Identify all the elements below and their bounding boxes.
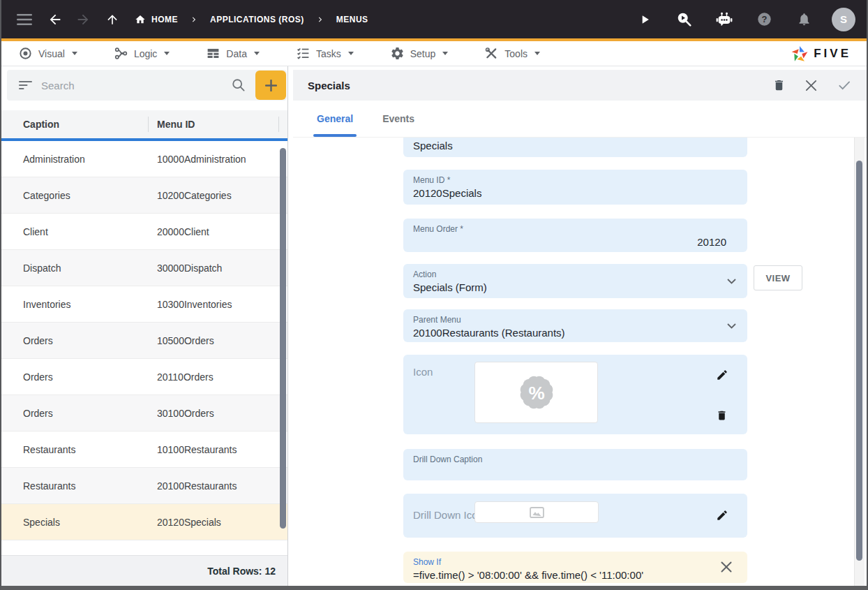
logic-flow-icon: [114, 46, 128, 61]
row-caption: Specials: [1, 517, 149, 528]
table-row[interactable]: Inventories 10300Inventories: [1, 286, 287, 323]
image-placeholder-icon: [530, 507, 544, 518]
pencil-icon: [716, 509, 728, 522]
edit-icon-button[interactable]: [716, 369, 728, 381]
column-header-caption[interactable]: Caption: [1, 117, 149, 132]
chatbot-icon[interactable]: [712, 8, 736, 31]
menu-data[interactable]: Data: [206, 46, 260, 61]
table-row[interactable]: Orders 30100Orders: [1, 395, 287, 432]
row-menu-id: 10300Inventories: [149, 299, 287, 310]
grid-header: Caption Menu ID: [1, 110, 287, 141]
parent-menu-select[interactable]: Parent Menu 20100Restaurants (Restaurant…: [403, 309, 747, 342]
menu-setup[interactable]: Setup: [390, 46, 449, 61]
table-row[interactable]: Orders 10500Orders: [1, 323, 287, 359]
row-menu-id: 20120Specials: [149, 517, 287, 528]
records-list-panel: Caption Menu ID Administration 10000Admi…: [1, 66, 288, 586]
table-row[interactable]: Client 20000Client: [1, 214, 287, 250]
five-logo: FIVE: [791, 45, 851, 63]
menu-tasks[interactable]: Tasks: [296, 46, 354, 61]
clear-show-if-button[interactable]: [719, 560, 733, 574]
row-caption: Orders: [1, 371, 149, 383]
cancel-button[interactable]: [805, 79, 818, 92]
breadcrumb: HOME APPLICATIONS (ROS) MENUS: [134, 14, 368, 25]
icon-label: Icon: [413, 366, 433, 378]
svg-text:%: %: [528, 383, 544, 404]
pencil-icon: [716, 369, 728, 381]
record-detail-panel: Specials General Events: [288, 66, 867, 586]
main-content: Caption Menu ID Administration 10000Admi…: [1, 66, 867, 586]
breadcrumb-applications[interactable]: APPLICATIONS (ROS): [210, 15, 304, 24]
edit-drill-down-icon-button[interactable]: [716, 509, 728, 522]
back-icon[interactable]: [43, 8, 67, 31]
row-caption: Restaurants: [1, 444, 149, 455]
menu-order-value: 20120: [413, 236, 726, 248]
forward-icon[interactable]: [71, 8, 95, 31]
table-row[interactable]: Restaurants 10100Restaurants: [1, 432, 287, 468]
caret-down-icon: [164, 52, 170, 55]
delete-record-button[interactable]: [772, 78, 786, 92]
parent-menu-label: Parent Menu: [413, 315, 738, 325]
chevron-down-icon: [727, 323, 736, 329]
menu-order-label: Menu Order *: [413, 224, 738, 234]
table-row[interactable]: Dispatch 30000Dispatch: [1, 250, 287, 286]
menu-logic[interactable]: Logic: [114, 46, 170, 61]
menu-order-field[interactable]: Menu Order * 20120: [403, 219, 747, 252]
search-icon[interactable]: [231, 78, 246, 96]
action-select[interactable]: Action Specials (Form): [403, 264, 747, 298]
tools-icon: [484, 46, 499, 61]
notifications-icon[interactable]: [792, 8, 816, 31]
row-menu-id: 30000Dispatch: [149, 263, 287, 274]
detail-header: Specials: [293, 70, 867, 101]
table-row[interactable]: Administration 10000Administration: [1, 141, 287, 177]
check-icon: [837, 78, 852, 92]
tab-general[interactable]: General: [315, 101, 355, 137]
icon-preview: %: [474, 362, 598, 423]
hamburger-menu-icon[interactable]: [13, 8, 36, 31]
run-icon[interactable]: [633, 8, 657, 31]
five-pinwheel-icon: [791, 45, 809, 63]
up-icon[interactable]: [100, 8, 124, 31]
trash-icon: [716, 409, 728, 422]
search-records-icon[interactable]: [673, 8, 696, 31]
add-record-button[interactable]: [255, 71, 286, 100]
show-if-field[interactable]: Show If =five.time() > '08:00:00' && fiv…: [403, 552, 747, 583]
detail-header-actions: [772, 78, 852, 92]
list-scrollbar[interactable]: [280, 148, 286, 529]
breadcrumb-menus[interactable]: MENUS: [336, 15, 368, 24]
total-rows-label: Total Rows: 12: [207, 566, 276, 577]
menu-id-field[interactable]: Menu ID * 20120Specials: [403, 170, 747, 205]
icon-field: Icon %: [403, 355, 747, 434]
caret-down-icon: [72, 52, 77, 55]
table-row[interactable]: Specials 20120Specials: [1, 504, 287, 540]
breadcrumb-home[interactable]: HOME: [134, 14, 178, 25]
drill-down-caption-field[interactable]: Drill Down Caption: [403, 449, 747, 480]
view-action-button[interactable]: VIEW: [754, 265, 802, 290]
plus-icon: [265, 80, 277, 91]
caret-down-icon: [254, 52, 260, 55]
trash-icon: [772, 78, 786, 92]
caret-down-icon: [348, 52, 354, 55]
avatar[interactable]: S: [832, 8, 855, 31]
caption-field[interactable]: Specials: [403, 138, 747, 157]
tab-events[interactable]: Events: [380, 101, 417, 137]
menu-tools[interactable]: Tools: [484, 46, 540, 61]
drill-down-icon-preview: [474, 501, 599, 523]
row-menu-id: 20100Restaurants: [149, 480, 287, 492]
drill-down-icon-field: Drill Down Icon: [403, 494, 747, 538]
help-icon[interactable]: ?: [752, 8, 776, 31]
column-header-menu-id[interactable]: Menu ID: [149, 117, 279, 132]
menu-id-value: 20120Specials: [413, 187, 738, 199]
percent-badge-icon: %: [515, 371, 558, 414]
remove-icon-button[interactable]: [716, 409, 728, 422]
row-menu-id: 10200Categories: [149, 190, 287, 201]
menu-visual[interactable]: Visual: [18, 46, 77, 61]
table-row[interactable]: Restaurants 20100Restaurants: [1, 468, 287, 504]
table-row[interactable]: Orders 20110Orders: [1, 359, 287, 395]
search-input[interactable]: [41, 80, 287, 91]
filter-icon[interactable]: [19, 80, 32, 90]
svg-text:?: ?: [761, 14, 767, 24]
form-scrollbar-thumb[interactable]: [856, 161, 862, 561]
save-button[interactable]: [837, 78, 852, 92]
table-row[interactable]: Categories 10200Categories: [1, 177, 287, 214]
row-menu-id: 10500Orders: [149, 335, 287, 346]
